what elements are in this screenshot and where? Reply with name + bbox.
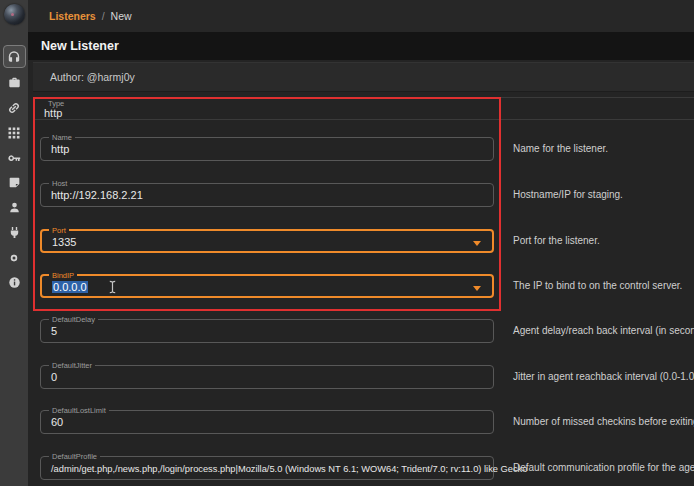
field-row-bindip: BindIP 0.0.0.0 The IP to bind to on the …	[0, 274, 694, 298]
author-text: Author: @harmj0y	[50, 71, 135, 83]
field-value: 5	[51, 325, 57, 337]
page-header: New Listener	[28, 32, 694, 60]
field-description: Hostname/IP for staging.	[513, 189, 623, 200]
field-value: 0	[51, 371, 57, 383]
port-select[interactable]: Port 1335	[40, 229, 494, 253]
defaultdelay-input[interactable]: DefaultDelay 5	[40, 319, 494, 343]
field-label: Host	[49, 179, 70, 188]
defaultjitter-input[interactable]: DefaultJitter 0	[40, 365, 494, 389]
field-description: Name for the listener.	[513, 143, 608, 154]
briefcase-icon	[8, 76, 21, 89]
defaultprofile-input[interactable]: DefaultProfile /admin/get.php,/news.php,…	[40, 456, 494, 480]
breadcrumb-separator: /	[102, 10, 105, 22]
headphones-icon	[7, 50, 21, 64]
field-description: Port for the listener.	[513, 235, 600, 246]
field-value: 60	[51, 416, 63, 428]
field-row-defaultjitter: DefaultJitter 0 Jitter in agent reachbac…	[0, 365, 694, 389]
field-row-defaultdelay: DefaultDelay 5 Agent delay/reach back in…	[0, 319, 694, 343]
field-description: Number of missed checkins before exiting	[513, 416, 694, 427]
field-row-defaultprofile: DefaultProfile /admin/get.php,/news.php,…	[0, 456, 694, 480]
field-value: /admin/get.php,/news.php,/login/process.…	[51, 464, 527, 474]
sidebar-item-stagers[interactable]	[2, 70, 26, 95]
bindip-select[interactable]: BindIP 0.0.0.0	[40, 274, 494, 298]
sidebar-item-listeners[interactable]	[3, 45, 26, 68]
topbar: Listeners / New	[28, 0, 694, 32]
field-label: DefaultDelay	[49, 315, 98, 324]
field-label: DefaultLostLimit	[49, 406, 109, 415]
defaultlostlimit-input[interactable]: DefaultLostLimit 60	[40, 410, 494, 434]
field-row-name: Name http Name for the listener.	[0, 137, 694, 161]
field-row-defaultlostlimit: DefaultLostLimit 60 Number of missed che…	[0, 410, 694, 434]
name-input[interactable]: Name http	[40, 137, 494, 161]
field-label: DefaultJitter	[49, 361, 95, 370]
starkiller-app: Listeners / New New Listener Author: @ha…	[0, 0, 694, 486]
host-input[interactable]: Host http://192.168.2.21	[40, 183, 494, 207]
chevron-down-icon[interactable]	[473, 286, 481, 291]
link-icon	[7, 101, 21, 115]
field-label: Name	[49, 133, 75, 142]
field-value: http	[44, 107, 62, 119]
field-label: DefaultProfile	[49, 452, 100, 461]
field-label: Port	[49, 226, 69, 235]
field-value: http	[51, 143, 69, 155]
author-bar: Author: @harmj0y	[33, 62, 694, 92]
selected-text: 0.0.0.0	[52, 281, 88, 293]
field-value: http://192.168.2.21	[51, 189, 143, 201]
field-label: BindIP	[49, 271, 77, 280]
chevron-down-icon[interactable]	[473, 241, 481, 246]
field-value: 1335	[52, 236, 76, 248]
field-row-port: Port 1335 Port for the listener.	[0, 229, 694, 253]
type-select[interactable]: Type http	[33, 97, 694, 120]
sidebar-nav	[0, 45, 28, 295]
breadcrumb-listeners-link[interactable]: Listeners	[49, 10, 96, 22]
field-description: Agent delay/reach back interval (in seco…	[513, 325, 694, 336]
sidebar-item-agents[interactable]	[2, 95, 26, 120]
page-title: New Listener	[41, 39, 119, 53]
field-row-host: Host http://192.168.2.21 Hostname/IP for…	[0, 183, 694, 207]
field-description: Default communication profile for the ag…	[513, 462, 694, 473]
field-description: The IP to bind to on the control server.	[513, 280, 682, 291]
field-description: Jitter in agent reachback interval (0.0-…	[513, 371, 694, 382]
starkiller-logo[interactable]	[4, 4, 25, 25]
breadcrumb-current: New	[111, 10, 132, 22]
